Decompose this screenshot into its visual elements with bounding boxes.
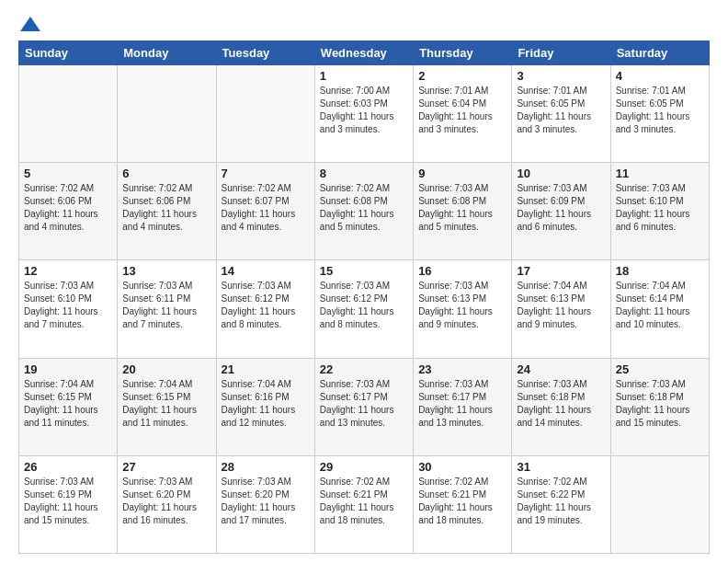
day-number: 24: [517, 362, 605, 376]
day-number: 25: [616, 362, 704, 376]
day-number: 27: [122, 460, 210, 474]
day-info: Sunrise: 7:03 AM Sunset: 6:08 PM Dayligh…: [418, 182, 506, 234]
weekday-header-friday: Friday: [512, 41, 610, 65]
day-number: 13: [122, 264, 210, 278]
calendar-cell: 16Sunrise: 7:03 AM Sunset: 6:13 PM Dayli…: [414, 260, 512, 358]
day-info: Sunrise: 7:02 AM Sunset: 6:22 PM Dayligh…: [517, 476, 605, 527]
calendar-cell: 14Sunrise: 7:03 AM Sunset: 6:12 PM Dayli…: [216, 260, 314, 358]
day-number: 23: [418, 362, 506, 376]
calendar-cell: 30Sunrise: 7:02 AM Sunset: 6:21 PM Dayli…: [414, 455, 512, 553]
day-info: Sunrise: 7:03 AM Sunset: 6:20 PM Dayligh…: [122, 476, 210, 527]
day-number: 12: [24, 264, 112, 278]
calendar-cell: 3Sunrise: 7:01 AM Sunset: 6:05 PM Daylig…: [512, 65, 610, 163]
day-info: Sunrise: 7:04 AM Sunset: 6:15 PM Dayligh…: [122, 378, 210, 430]
day-number: 29: [320, 460, 408, 474]
day-info: Sunrise: 7:03 AM Sunset: 6:17 PM Dayligh…: [418, 378, 506, 430]
day-info: Sunrise: 7:02 AM Sunset: 6:08 PM Dayligh…: [320, 182, 408, 234]
day-number: 18: [616, 264, 704, 278]
calendar-cell: 5Sunrise: 7:02 AM Sunset: 6:06 PM Daylig…: [19, 163, 118, 260]
day-info: Sunrise: 7:01 AM Sunset: 6:05 PM Dayligh…: [517, 85, 605, 136]
day-number: 8: [320, 167, 408, 180]
day-number: 7: [222, 167, 310, 180]
calendar-cell: 7Sunrise: 7:02 AM Sunset: 6:07 PM Daylig…: [216, 163, 314, 260]
calendar-cell: 1Sunrise: 7:00 AM Sunset: 6:03 PM Daylig…: [314, 65, 413, 163]
day-number: 2: [418, 69, 506, 83]
week-row-3: 12Sunrise: 7:03 AM Sunset: 6:10 PM Dayli…: [19, 260, 710, 358]
day-info: Sunrise: 7:03 AM Sunset: 6:20 PM Dayligh…: [222, 476, 310, 527]
day-info: Sunrise: 7:03 AM Sunset: 6:13 PM Dayligh…: [418, 280, 506, 331]
week-row-4: 19Sunrise: 7:04 AM Sunset: 6:15 PM Dayli…: [19, 358, 710, 455]
day-number: 16: [418, 264, 506, 278]
weekday-header-row: SundayMondayTuesdayWednesdayThursdayFrid…: [19, 41, 710, 65]
day-number: 20: [122, 362, 210, 376]
day-info: Sunrise: 7:03 AM Sunset: 6:17 PM Dayligh…: [320, 378, 408, 430]
day-number: 11: [616, 167, 704, 180]
day-info: Sunrise: 7:02 AM Sunset: 6:21 PM Dayligh…: [320, 476, 408, 527]
calendar-cell: 31Sunrise: 7:02 AM Sunset: 6:22 PM Dayli…: [512, 455, 610, 553]
weekday-header-wednesday: Wednesday: [314, 41, 413, 65]
svg-marker-0: [20, 17, 40, 31]
calendar-cell: 8Sunrise: 7:02 AM Sunset: 6:08 PM Daylig…: [314, 163, 413, 260]
day-number: 10: [517, 167, 605, 180]
day-number: 31: [517, 460, 605, 474]
calendar-cell: 26Sunrise: 7:03 AM Sunset: 6:19 PM Dayli…: [19, 455, 118, 553]
day-number: 19: [24, 362, 112, 376]
calendar-cell: [19, 65, 118, 163]
calendar-cell: [610, 455, 709, 553]
calendar-cell: 22Sunrise: 7:03 AM Sunset: 6:17 PM Dayli…: [314, 358, 413, 455]
week-row-2: 5Sunrise: 7:02 AM Sunset: 6:06 PM Daylig…: [19, 163, 710, 260]
day-info: Sunrise: 7:03 AM Sunset: 6:12 PM Dayligh…: [222, 280, 310, 331]
calendar-cell: 4Sunrise: 7:01 AM Sunset: 6:05 PM Daylig…: [610, 65, 709, 163]
day-info: Sunrise: 7:03 AM Sunset: 6:10 PM Dayligh…: [616, 182, 704, 234]
day-info: Sunrise: 7:04 AM Sunset: 6:15 PM Dayligh…: [24, 378, 112, 430]
calendar-cell: [118, 65, 216, 163]
day-number: 22: [320, 362, 408, 376]
calendar-cell: 20Sunrise: 7:04 AM Sunset: 6:15 PM Dayli…: [118, 358, 216, 455]
week-row-5: 26Sunrise: 7:03 AM Sunset: 6:19 PM Dayli…: [19, 455, 710, 553]
calendar-cell: 25Sunrise: 7:03 AM Sunset: 6:18 PM Dayli…: [610, 358, 709, 455]
calendar-cell: 6Sunrise: 7:02 AM Sunset: 6:06 PM Daylig…: [118, 163, 216, 260]
day-info: Sunrise: 7:03 AM Sunset: 6:18 PM Dayligh…: [517, 378, 605, 430]
calendar-cell: [216, 65, 314, 163]
day-number: 9: [418, 167, 506, 180]
calendar-cell: 27Sunrise: 7:03 AM Sunset: 6:20 PM Dayli…: [118, 455, 216, 553]
day-info: Sunrise: 7:00 AM Sunset: 6:03 PM Dayligh…: [320, 85, 408, 136]
day-info: Sunrise: 7:02 AM Sunset: 6:07 PM Dayligh…: [222, 182, 310, 234]
day-info: Sunrise: 7:03 AM Sunset: 6:19 PM Dayligh…: [24, 476, 112, 527]
weekday-header-tuesday: Tuesday: [216, 41, 314, 65]
weekday-header-monday: Monday: [118, 41, 216, 65]
day-number: 26: [24, 460, 112, 474]
day-info: Sunrise: 7:03 AM Sunset: 6:09 PM Dayligh…: [517, 182, 605, 234]
day-info: Sunrise: 7:02 AM Sunset: 6:21 PM Dayligh…: [418, 476, 506, 527]
day-info: Sunrise: 7:03 AM Sunset: 6:10 PM Dayligh…: [24, 280, 112, 331]
day-info: Sunrise: 7:03 AM Sunset: 6:12 PM Dayligh…: [320, 280, 408, 331]
day-info: Sunrise: 7:01 AM Sunset: 6:04 PM Dayligh…: [418, 85, 506, 136]
page: SundayMondayTuesdayWednesdayThursdayFrid…: [0, 0, 728, 563]
day-number: 5: [24, 167, 112, 180]
header: [18, 17, 710, 31]
day-number: 21: [222, 362, 310, 376]
calendar-table: SundayMondayTuesdayWednesdayThursdayFrid…: [18, 40, 710, 554]
weekday-header-saturday: Saturday: [610, 41, 709, 65]
day-info: Sunrise: 7:04 AM Sunset: 6:16 PM Dayligh…: [222, 378, 310, 430]
calendar-cell: 19Sunrise: 7:04 AM Sunset: 6:15 PM Dayli…: [19, 358, 118, 455]
calendar-cell: 18Sunrise: 7:04 AM Sunset: 6:14 PM Dayli…: [610, 260, 709, 358]
week-row-1: 1Sunrise: 7:00 AM Sunset: 6:03 PM Daylig…: [19, 65, 710, 163]
day-info: Sunrise: 7:03 AM Sunset: 6:18 PM Dayligh…: [616, 378, 704, 430]
calendar-cell: 13Sunrise: 7:03 AM Sunset: 6:11 PM Dayli…: [118, 260, 216, 358]
calendar-cell: 12Sunrise: 7:03 AM Sunset: 6:10 PM Dayli…: [19, 260, 118, 358]
calendar-cell: 10Sunrise: 7:03 AM Sunset: 6:09 PM Dayli…: [512, 163, 610, 260]
day-info: Sunrise: 7:04 AM Sunset: 6:14 PM Dayligh…: [616, 280, 704, 331]
day-number: 30: [418, 460, 506, 474]
calendar-cell: 17Sunrise: 7:04 AM Sunset: 6:13 PM Dayli…: [512, 260, 610, 358]
day-info: Sunrise: 7:01 AM Sunset: 6:05 PM Dayligh…: [616, 85, 704, 136]
weekday-header-thursday: Thursday: [414, 41, 512, 65]
day-number: 14: [222, 264, 310, 278]
logo: [18, 17, 40, 31]
calendar-cell: 2Sunrise: 7:01 AM Sunset: 6:04 PM Daylig…: [414, 65, 512, 163]
calendar-cell: 28Sunrise: 7:03 AM Sunset: 6:20 PM Dayli…: [216, 455, 314, 553]
day-info: Sunrise: 7:02 AM Sunset: 6:06 PM Dayligh…: [24, 182, 112, 234]
calendar-cell: 24Sunrise: 7:03 AM Sunset: 6:18 PM Dayli…: [512, 358, 610, 455]
logo-icon: [20, 17, 40, 31]
calendar-cell: 23Sunrise: 7:03 AM Sunset: 6:17 PM Dayli…: [414, 358, 512, 455]
